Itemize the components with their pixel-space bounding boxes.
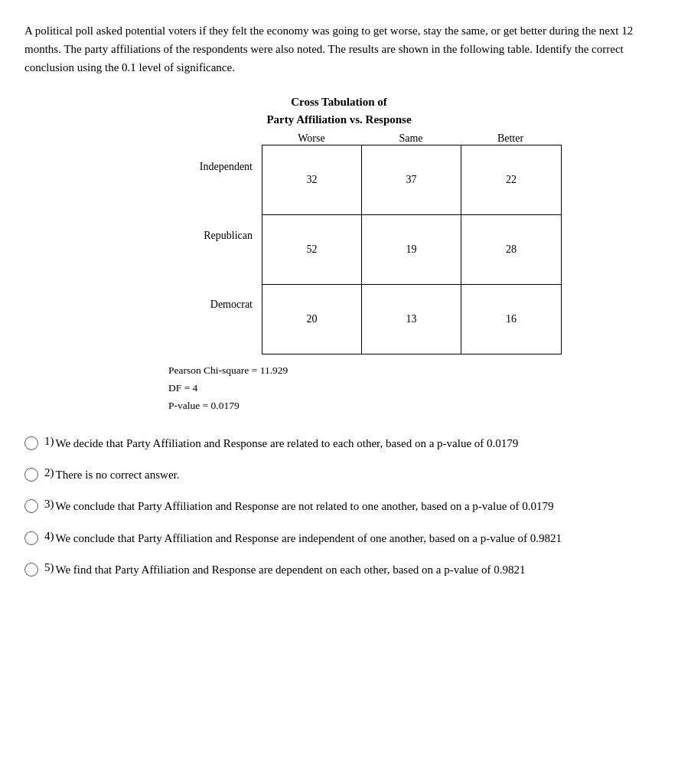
table-cell: 52 — [262, 215, 362, 284]
row-label: Democrat — [162, 270, 262, 339]
option-item-3: 3) We conclude that Party Affiliation an… — [24, 498, 654, 515]
col-header: Better — [461, 132, 560, 145]
table-cell: 32 — [262, 145, 362, 214]
radio-button-5[interactable] — [24, 563, 38, 577]
option-text-2: There is no correct answer. — [56, 466, 180, 484]
p-value-stat: P-value = 0.0179 — [168, 397, 654, 415]
col-header: Worse — [262, 132, 361, 145]
radio-button-3[interactable] — [24, 499, 38, 513]
option-text-1: We decide that Party Affiliation and Res… — [56, 435, 519, 452]
row-label: Republican — [162, 201, 262, 270]
row-labels: IndependentRepublicanDemocrat — [162, 132, 262, 354]
df-stat: DF = 4 — [168, 380, 654, 397]
row-label: Independent — [162, 132, 262, 201]
table-cell: 20 — [262, 285, 362, 354]
cross-table-wrapper: IndependentRepublicanDemocrat WorseSameB… — [162, 132, 562, 354]
option-text-3: We conclude that Party Affiliation and R… — [56, 498, 554, 515]
table-cell: 13 — [362, 285, 461, 354]
intro-paragraph: A political poll asked potential voters … — [24, 21, 654, 77]
table-title: Cross Tabulation of Party Affiliation vs… — [266, 93, 411, 128]
table-body: IndependentRepublicanDemocrat WorseSameB… — [162, 132, 562, 354]
table-row: 201316 — [262, 285, 561, 354]
table-cell: 16 — [461, 285, 561, 354]
col-header: Same — [361, 132, 461, 145]
table-title-line2: Party Affiliation vs. Response — [266, 113, 411, 126]
option-item-5: 5) We find that Party Affiliation and Re… — [24, 561, 654, 579]
table-cell: 37 — [362, 145, 461, 214]
option-number-4: 4) — [44, 530, 54, 543]
cross-table-section: Cross Tabulation of Party Affiliation vs… — [24, 93, 654, 354]
options-section: 1) We decide that Party Affiliation and … — [24, 435, 654, 579]
col-header-and-grid-wrap: WorseSameBetter 323722521928201316 — [262, 132, 562, 354]
option-text-5: We find that Party Affiliation and Respo… — [56, 561, 526, 579]
radio-button-1[interactable] — [24, 436, 38, 450]
table-row: 521928 — [262, 215, 561, 285]
table-title-line1: Cross Tabulation of — [291, 96, 387, 108]
table-cell: 22 — [461, 145, 561, 214]
option-number-5: 5) — [44, 561, 54, 574]
option-number-3: 3) — [44, 498, 54, 511]
stats-section: Pearson Chi-square = 11.929 DF = 4 P-val… — [168, 362, 654, 415]
table-cell: 19 — [362, 215, 461, 284]
radio-button-4[interactable] — [24, 531, 38, 545]
table-cell: 28 — [461, 215, 561, 284]
data-grid: 323722521928201316 — [262, 145, 562, 354]
option-item-4: 4) We conclude that Party Affiliation an… — [24, 530, 654, 547]
table-row: 323722 — [262, 145, 561, 215]
radio-button-2[interactable] — [24, 468, 38, 482]
option-number-2: 2) — [44, 466, 54, 479]
option-text-4: We conclude that Party Affiliation and R… — [56, 530, 562, 547]
option-item-1: 1) We decide that Party Affiliation and … — [24, 435, 654, 452]
chi-square-stat: Pearson Chi-square = 11.929 — [168, 362, 654, 380]
option-number-1: 1) — [44, 435, 54, 448]
col-headers-row: WorseSameBetter — [262, 132, 562, 145]
option-item-2: 2) There is no correct answer. — [24, 466, 654, 484]
